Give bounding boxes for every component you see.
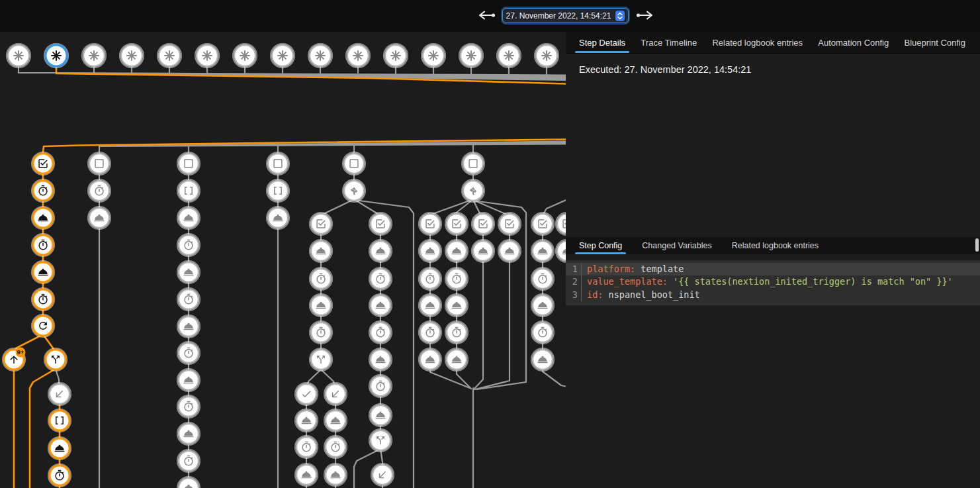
trace-node-asterisk[interactable]: [120, 44, 144, 68]
trace-node-timer[interactable]: [32, 234, 54, 256]
trace-node-asterisk[interactable]: [422, 44, 445, 68]
trace-node-timer[interactable]: [531, 321, 554, 344]
trace-node-timer[interactable]: [88, 179, 111, 202]
automation-trace-graph[interactable]: 9+: [0, 32, 566, 488]
trace-node-room-service[interactable]: [369, 348, 392, 371]
trace-node-call-split[interactable]: [369, 429, 392, 452]
trace-node-room-service[interactable]: [177, 261, 200, 283]
trace-node-room-service[interactable]: [324, 464, 347, 486]
trace-node-checkbox-marked[interactable]: [445, 213, 468, 235]
trace-node-square[interactable]: [267, 152, 289, 175]
trace-node-checkbox-marked[interactable]: [531, 213, 554, 235]
trace-node-room-service[interactable]: [324, 409, 347, 432]
trace-node-checkbox-marked[interactable]: [419, 213, 441, 235]
trace-node-room-service[interactable]: [177, 207, 200, 229]
tab-step-details[interactable]: Step Details: [574, 32, 631, 53]
trace-node-timer[interactable]: [369, 321, 392, 344]
trace-node-timer[interactable]: [369, 375, 392, 397]
trace-node-asterisk[interactable]: [308, 44, 332, 68]
trace-node-timer[interactable]: [32, 288, 54, 311]
trace-node-asterisk[interactable]: [82, 44, 106, 68]
trace-node-timer[interactable]: [445, 321, 468, 344]
trace-node-checkbox-marked[interactable]: [472, 213, 494, 235]
trace-node-room-service[interactable]: [177, 477, 200, 488]
trace-node-room-service[interactable]: [498, 240, 521, 262]
trace-node-asterisk[interactable]: [44, 44, 68, 68]
trace-node-room-service[interactable]: [531, 348, 554, 371]
previous-trace-button[interactable]: [475, 10, 498, 22]
trace-node-checkbox-marked[interactable]: [369, 213, 392, 235]
trace-node-timer[interactable]: [324, 436, 347, 458]
trace-node-arrow-decision[interactable]: [462, 179, 484, 202]
trace-node-asterisk[interactable]: [535, 44, 558, 68]
trace-node-arrow-decision[interactable]: [343, 179, 365, 202]
trace-node-timer[interactable]: [369, 268, 392, 290]
trace-node-timer[interactable]: [177, 450, 200, 472]
trace-node-room-service[interactable]: [310, 294, 332, 317]
trace-node-asterisk[interactable]: [195, 44, 219, 68]
trace-node-timer[interactable]: [419, 321, 441, 344]
trace-node-timer[interactable]: [310, 321, 332, 344]
trace-node-asterisk[interactable]: [233, 44, 257, 68]
trace-node-checkbox-marked[interactable]: [32, 152, 54, 175]
trace-node-room-service[interactable]: [472, 240, 494, 262]
trace-node-room-service[interactable]: [369, 294, 392, 317]
trace-node-asterisk[interactable]: [7, 44, 30, 68]
trace-node-room-service[interactable]: [531, 240, 554, 262]
trace-node-timer[interactable]: [445, 268, 468, 290]
tab-changed-variables[interactable]: Changed Variables: [637, 237, 717, 254]
tab-blueprint-config[interactable]: Blueprint Config: [899, 32, 971, 53]
trace-node-timer[interactable]: [531, 268, 554, 290]
trace-node-checkbox-marked[interactable]: [498, 213, 521, 235]
trace-node-room-service[interactable]: [445, 294, 468, 317]
trace-node-call-split[interactable]: [310, 348, 332, 371]
trace-node-room-service[interactable]: [32, 261, 54, 283]
trace-node-asterisk[interactable]: [384, 44, 408, 68]
tab-trace-timeline[interactable]: Trace Timeline: [635, 32, 702, 53]
scrollbar-thumb[interactable]: [975, 238, 979, 252]
trace-node-asterisk[interactable]: [497, 44, 521, 68]
trace-node-asterisk[interactable]: [346, 44, 370, 68]
trace-node-room-service[interactable]: [310, 240, 332, 262]
trace-node-timer[interactable]: [177, 342, 200, 364]
trace-node-room-service[interactable]: [32, 207, 54, 229]
trace-node-room-service[interactable]: [295, 409, 318, 432]
trace-node-room-service[interactable]: [177, 315, 200, 338]
trace-node-room-service[interactable]: [419, 294, 441, 317]
trace-node-arrow-bottom-left[interactable]: [371, 464, 394, 486]
trace-node-checkbox-marked[interactable]: [556, 213, 566, 235]
trace-node-check[interactable]: [295, 383, 318, 405]
trace-node-room-service[interactable]: [445, 240, 468, 262]
trace-timestamp-select[interactable]: 27. November 2022, 14:54:21: [502, 8, 629, 23]
trace-node-room-service[interactable]: [369, 240, 392, 262]
trace-node-room-service[interactable]: [177, 369, 200, 391]
trace-node-room-service[interactable]: [419, 348, 441, 371]
trace-node-timer[interactable]: [177, 234, 200, 256]
trace-node-room-service[interactable]: [267, 207, 289, 229]
trace-node-asterisk[interactable]: [157, 44, 181, 68]
trace-node-room-service[interactable]: [295, 464, 318, 486]
trace-node-timer[interactable]: [32, 179, 54, 202]
trace-node-arrow-bottom-left[interactable]: [324, 383, 347, 405]
step-config-code-editor[interactable]: 1platform: template2value_template: '{{ …: [566, 260, 980, 305]
trace-node-square[interactable]: [462, 152, 484, 175]
trace-node-timer[interactable]: [419, 268, 441, 290]
trace-node-asterisk[interactable]: [271, 44, 294, 68]
trace-node-timer[interactable]: [310, 268, 332, 290]
trace-node-square[interactable]: [88, 152, 111, 175]
trace-node-code-brackets[interactable]: [267, 179, 289, 202]
tab-step-config[interactable]: Step Config: [574, 237, 627, 254]
trace-node-room-service[interactable]: [531, 294, 554, 317]
tab-related-logbook-entries[interactable]: Related logbook entries: [727, 237, 824, 254]
trace-node-room-service[interactable]: [48, 437, 71, 460]
trace-node-room-service[interactable]: [177, 422, 200, 445]
trace-node-checkbox-marked[interactable]: [310, 213, 332, 235]
trace-node-timer[interactable]: [177, 395, 200, 418]
trace-node-room-service[interactable]: [369, 404, 392, 426]
trace-node-room-service[interactable]: [419, 240, 441, 262]
trace-node-code-brackets[interactable]: [48, 409, 71, 432]
trace-node-square[interactable]: [343, 152, 365, 175]
trace-node-room-service[interactable]: [88, 207, 111, 229]
trace-node-asterisk[interactable]: [459, 44, 483, 68]
trace-node-arrow-bottom-left[interactable]: [48, 383, 71, 405]
